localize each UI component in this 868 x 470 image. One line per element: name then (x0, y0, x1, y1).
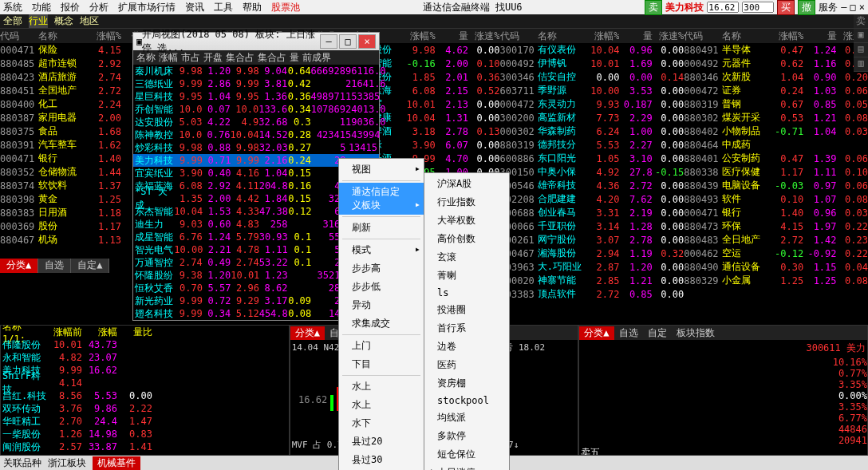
min-icon[interactable]: — (841, 2, 846, 13)
table-row[interactable]: 300346佶安自控0.000.000.14 (500, 70, 685, 84)
popup-row[interactable]: 星巨科技9.951.049.951.360.36498971153385 (133, 90, 379, 103)
table-row[interactable]: 000369股份1.17 (0, 219, 132, 233)
ctx-item[interactable]: 投港圈 (424, 301, 509, 319)
table-row[interactable]: 300200高监新材7.732.290.00 (500, 111, 685, 124)
ctx-item[interactable]: 边卷 (424, 338, 509, 356)
popup-col-hdr[interactable]: 集合占 (224, 51, 256, 65)
cancel-button[interactable]: 撤 (798, 0, 815, 15)
table-row[interactable]: 880402小物制品-0.711.040.03 (684, 124, 868, 138)
table-row[interactable]: 880302煤炭开采0.531.210.08 (684, 111, 868, 124)
table-row[interactable]: 000492伊博钒10.011.690.00 (500, 57, 685, 70)
list-item[interactable]: 闽润股份2.5733.871.41 (1, 440, 289, 453)
table-row[interactable]: 880319普钢0.670.850.05 (684, 97, 868, 111)
ctx-item[interactable]: 下目 (339, 355, 424, 373)
ctx-item[interactable]: 菁喇 (424, 267, 509, 285)
ctx-item[interactable]: 水上 (339, 396, 424, 414)
list-item[interactable]: 永和智能4.8223.07 (1, 351, 289, 364)
ctx-item[interactable]: 步步高 (339, 259, 424, 278)
popup-row[interactable]: 陈神教控10.00.7610.0414.520.2842341543994 (133, 128, 379, 141)
table-row[interactable]: 880467机场1.13 (0, 233, 132, 247)
popup-row[interactable]: 乔创智能10.00.0710.0133.60.3410786924013.0 (133, 103, 379, 116)
table-row[interactable]: 880319德邦技分5.532.270.00 (500, 138, 685, 152)
table-row[interactable]: 600546雄帝科技4.362.720.00 (500, 179, 685, 192)
table-row[interactable]: 000471保险4.15 (0, 43, 132, 57)
ctx-item[interactable]: 首行系 (424, 319, 509, 338)
tab-industry[interactable]: 行业 (29, 14, 48, 28)
popup-col-hdr[interactable]: 名称 (135, 51, 157, 65)
popup-col-hdr[interactable]: 集合占 (256, 51, 288, 65)
tab-concept[interactable]: 概念 (54, 14, 73, 28)
table-row[interactable]: 880490通信设备0.301.150.04 (684, 260, 868, 274)
bm-tab-0[interactable]: 分类▲ (290, 326, 325, 340)
table-row[interactable]: 300150中奥小保4.9227.8-0.15 (500, 165, 685, 179)
table-row[interactable]: 880483全日地产2.721.420.23 (684, 233, 868, 247)
sell-button[interactable]: 卖 (645, 0, 662, 15)
table-row[interactable]: 603383顶点软件2.720.850.00 (500, 287, 685, 301)
table-row[interactable]: 880338医疗保健1.171.110.10 (684, 165, 868, 179)
context-menu-2[interactable]: 沪深A股行业指数大举权数高价创数玄滚菁喇ls投港圈首行系边卷医药资房棚stock… (424, 172, 510, 470)
menu-tools[interactable]: 工具 (214, 1, 233, 14)
ctx-item[interactable]: 步步低 (339, 278, 424, 296)
table-row[interactable]: 600886东口阳光1.053.100.00 (500, 152, 685, 165)
status-0[interactable]: 关联品种 (3, 456, 41, 470)
category-tabs[interactable]: 全部 行业 概念 地区 (0, 14, 868, 29)
menu-analysis[interactable]: 分析 (89, 1, 108, 14)
tab-all[interactable]: 全部 (3, 14, 22, 28)
ctx-item[interactable]: 高价创数 (424, 230, 509, 248)
popup-row[interactable]: 炒彩科技9.980.889.9832.030.27513415 (133, 141, 379, 154)
table-row[interactable]: 000472东灵动力9.930.1870.00 (500, 97, 685, 111)
ctx-item[interactable]: 上门 (339, 337, 424, 355)
popup-min-icon[interactable]: — (320, 34, 337, 49)
rside-icon[interactable]: ▥ (854, 57, 868, 72)
popup-col-hdr[interactable]: 涨幅 (157, 51, 180, 65)
main-menu[interactable]: 系统 功能 报价 分析 扩展市场行情 资讯 工具 帮助 股票池 (3, 1, 300, 14)
menu-stockpool[interactable]: 股票池 (271, 1, 300, 14)
ctx-item[interactable]: 视图 (339, 160, 424, 179)
table-row[interactable]: 300170有仪表份10.040.960.00 (500, 43, 685, 57)
mid-tab-category[interactable]: 分类▲ (0, 259, 38, 273)
table-row[interactable]: 880383日用酒1.18 (0, 206, 132, 219)
table-row[interactable]: 880391汽车整车1.62 (0, 138, 132, 152)
table-row[interactable]: 880451全国地产2.72 (0, 84, 132, 97)
status-1[interactable]: 浙江板块 (48, 456, 86, 470)
table-row[interactable]: 002208合肥建建4.207.620.00 (500, 192, 685, 206)
ctx-item[interactable]: 县过20 (339, 432, 424, 451)
ctx-item[interactable]: 短仓保位 (424, 445, 509, 464)
popup-col-hdr[interactable]: 前成界 (301, 51, 333, 65)
table-row[interactable]: 880423酒店旅游2.74 (0, 70, 132, 84)
table-row[interactable]: 880464中成药 (684, 138, 868, 152)
ctx-item[interactable]: 通达信自定义板块 (339, 183, 424, 215)
table-row[interactable]: 603963大.巧阳业2.871.200.00 (500, 260, 685, 274)
ctx-item[interactable]: 玄滚 (424, 248, 509, 267)
menu-func[interactable]: 功能 (32, 1, 51, 14)
table-row[interactable]: 880400化工2.24 (0, 97, 132, 111)
service-label[interactable]: 服务 (819, 1, 838, 14)
ctx-item[interactable]: 行业指数 (424, 193, 509, 211)
br-tab-3[interactable]: 板块指数 (672, 326, 720, 340)
ctx-item[interactable]: 求集成交 (339, 314, 424, 333)
list-item[interactable]: 华旺精工2.7024.41.47 (1, 415, 289, 428)
table-row[interactable]: 000462空运-0.12-0.920.22 (684, 247, 868, 260)
list-item[interactable]: 双环传动3.769.862.22 (1, 402, 289, 415)
table-row[interactable]: 000471银行1.400.960.03 (684, 206, 868, 219)
table-row[interactable]: 880491半导体0.471.240.27 (684, 43, 868, 57)
table-row[interactable]: 880401公安制药0.471.390.06 (684, 152, 868, 165)
ctx-item[interactable]: 上日涨停 (424, 464, 509, 470)
table-row[interactable]: 000472证券0.241.030.06 (684, 84, 868, 97)
table-row[interactable]: 880439电脑设备-0.030.970.06 (684, 179, 868, 192)
ctx-item[interactable]: 沪深A股 (424, 175, 509, 193)
ctx-item[interactable]: stockpool (424, 393, 509, 409)
close-icon[interactable]: × (859, 2, 865, 13)
price-input[interactable] (707, 2, 739, 13)
mid-tabs[interactable]: 分类▲ 自选 自定▲ (0, 259, 109, 273)
table-row[interactable]: 880374软饮料1.37 (0, 179, 132, 192)
ctx-item[interactable]: 资房棚 (424, 374, 509, 393)
popup-max-icon[interactable]: □ (339, 34, 357, 49)
mid-tab-custom[interactable]: 自选 (38, 259, 71, 273)
ctx-item[interactable]: 大举权数 (424, 211, 509, 230)
mid-tab-user[interactable]: 自定▲ (71, 259, 109, 273)
menu-help[interactable]: 帮助 (243, 1, 262, 14)
table-row[interactable]: 880387家用电器2.00 (0, 111, 132, 124)
list-item[interactable]: 一柴股份1.2614.980.83 (1, 428, 289, 440)
popup-col-hdr[interactable]: 开盘 (202, 51, 224, 65)
